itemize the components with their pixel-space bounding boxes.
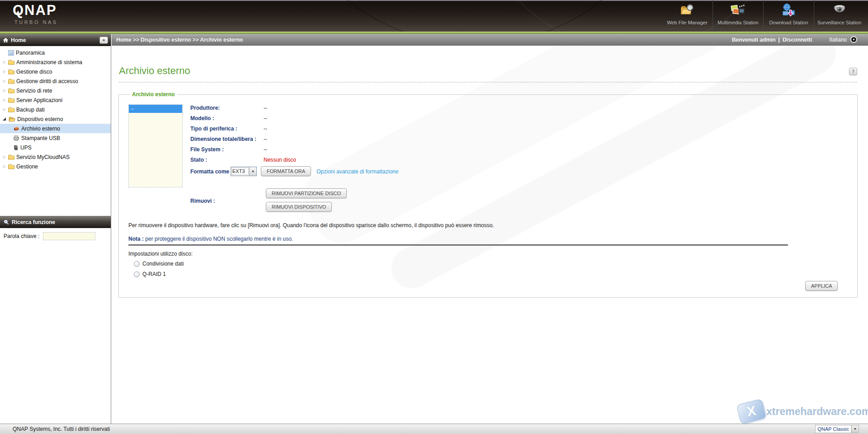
home-icon	[3, 37, 9, 43]
theme-dropdown-icon[interactable]: ▼	[851, 425, 859, 433]
station-surveillance[interactable]: Surveillance Station	[814, 0, 864, 32]
tree-collapsed-arrow-icon[interactable]: ▷	[2, 79, 7, 83]
field-stato: Stato : Nessun disco	[190, 155, 597, 165]
field-dimensione: Dimensione totale/libera : --	[190, 134, 597, 145]
sidebar-home-header: Home «	[0, 34, 111, 46]
radio-q-raid-1[interactable]: Q-RAID 1	[134, 271, 166, 277]
welcome-text: Benvenuti admin	[732, 37, 776, 43]
remove-device-button[interactable]: RIMUOVI DISPOSITIVO	[266, 202, 332, 212]
note-text: Nota : per proteggere il dispositivo NON…	[128, 236, 293, 242]
field-produttore: Produttore: --	[190, 103, 597, 113]
ups-icon	[13, 145, 19, 150]
function-search-title: Ricerca funzione	[12, 219, 55, 225]
filesystem-select[interactable]: EXT3 ▼	[231, 167, 257, 176]
tree-collapsed-arrow-icon[interactable]: ▷	[2, 60, 7, 64]
tree-collapsed-arrow-icon[interactable]: ▷	[2, 98, 7, 102]
qnap-admin-window: QNAP TURBO NAS Web File Manager	[0, 0, 868, 434]
sidebar-item-server-applicazioni[interactable]: ▷ Server Applicazioni	[0, 95, 111, 105]
sidebar-item-panoramica[interactable]: Panoramica	[0, 48, 111, 57]
folder-icon	[8, 107, 14, 112]
panel-legend: Archivio esterno	[130, 91, 177, 98]
breadcrumb: Home >> Dispositivo esterno >> Archivio …	[116, 37, 732, 43]
station-label: Multimedia Station	[717, 20, 759, 25]
radio-button-icon[interactable]	[134, 271, 140, 277]
advanced-format-options-link[interactable]: Opzioni avanzate di formattazione	[316, 168, 398, 175]
tree-collapsed-arrow-icon[interactable]: ▷	[2, 155, 7, 159]
note-label: Nota :	[128, 236, 144, 242]
sidebar-item-servizio-mycloudnas[interactable]: ▷ Servizio MyCloudNAS	[0, 152, 111, 162]
help-button[interactable]: ?	[849, 68, 857, 75]
xtremehardware-logo-icon: X	[736, 399, 767, 425]
folder-icon	[8, 154, 14, 160]
folder-icon	[8, 164, 14, 169]
folder-icon	[8, 98, 14, 103]
sidebar-item-gestione-diritti-di-accesso[interactable]: ▷ Gestione diritti di accesso	[0, 76, 111, 86]
search-icon	[4, 219, 9, 225]
function-search-header: Ricerca funzione	[0, 216, 111, 228]
sidebar-item-amministrazione-di-sistema[interactable]: ▷ Amministrazione di sistema	[0, 57, 111, 67]
field-file-system: File System : --	[190, 145, 597, 155]
radio-condivisione-dati[interactable]: Condivisione dati	[134, 261, 184, 267]
sidebar-item-backup-dati[interactable]: ▷ Backup dati	[0, 105, 111, 114]
tree-collapsed-arrow-icon[interactable]: ▷	[2, 89, 7, 93]
section-divider	[128, 244, 788, 246]
remove-instructions-text: Per rimuovere il dispositivo hardware, f…	[128, 222, 494, 229]
turbo-nas-label: TURBO NAS	[14, 19, 58, 25]
sidebar-item-stampante-usb[interactable]: Stampante USB	[0, 133, 111, 143]
radio-button-icon[interactable]	[134, 261, 140, 267]
page-title: Archivio esterno	[119, 65, 190, 77]
xtremehardware-watermark: X xtremehardware.com	[738, 401, 868, 421]
sidebar-item-gestione-disco[interactable]: ▷ Gestione disco	[0, 67, 111, 76]
folder-icon	[8, 88, 14, 93]
surveillance-station-icon	[831, 3, 848, 19]
station-multimedia[interactable]: Multimedia Station	[712, 0, 763, 32]
format-row: Formatta come : EXT3 ▼ FORMATTA ORA Opzi…	[119, 166, 858, 177]
qnap-logo-text: QNAP	[13, 4, 58, 17]
printer-icon	[13, 135, 19, 141]
folder-icon	[8, 69, 14, 75]
device-info-fields: Produttore: -- Modello : -- Tipo di peri…	[190, 103, 597, 165]
qnap-logo: QNAP TURBO NAS	[13, 4, 58, 25]
filesystem-selected-value: EXT3	[231, 167, 249, 176]
folder-open-icon	[9, 117, 15, 122]
multimedia-station-icon	[730, 3, 747, 19]
select-dropdown-icon[interactable]: ▼	[249, 167, 256, 176]
language-selector[interactable]: Italiano ▼	[829, 36, 857, 43]
footer-bar: QNAP Systems, Inc. Tutti i diritti riser…	[0, 424, 868, 434]
content-area: ? Archivio esterno Archivio esterno -- P…	[112, 46, 868, 424]
station-web-file-manager[interactable]: Web File Manager	[662, 0, 712, 32]
language-label: Italiano	[829, 37, 847, 43]
main-column: Home >> Dispositivo esterno >> Archivio …	[112, 34, 868, 424]
station-download[interactable]: Download Station	[763, 0, 814, 32]
keyword-input[interactable]	[43, 232, 95, 240]
status-badge: Nessun disco	[264, 157, 296, 163]
apply-button[interactable]: APPLICA	[805, 281, 838, 291]
sidebar-item-gestione[interactable]: ▷ Gestione	[0, 162, 111, 171]
theme-select[interactable]: QNAP Classic ▼	[815, 425, 859, 433]
station-label: Download Station	[769, 20, 808, 25]
sidebar: Home « Panoramica ▷ Amministrazione di s…	[0, 34, 111, 424]
sidebar-title: Home	[11, 37, 99, 43]
sidebar-item-dispositivo-esterno[interactable]: Dispositivo esterno	[0, 114, 111, 124]
tree-expanded-arrow-icon[interactable]	[3, 117, 6, 121]
station-shortcuts: Web File Manager Multimedia Station	[662, 0, 864, 32]
sidebar-item-servizio-di-rete[interactable]: ▷ Servizio di rete	[0, 86, 111, 95]
language-dropdown-icon[interactable]: ▼	[850, 36, 857, 43]
disk-usage-settings-title: Impostazioni utilizzo disco:	[128, 251, 193, 257]
field-tipo-di-periferica: Tipo di periferica : --	[190, 124, 597, 134]
tree-collapsed-arrow-icon[interactable]: ▷	[2, 107, 7, 112]
device-list-item[interactable]: --	[129, 105, 182, 113]
breadcrumb-bar: Home >> Dispositivo esterno >> Archivio …	[112, 34, 868, 46]
tree-collapsed-arrow-icon[interactable]: ▷	[2, 70, 7, 74]
logout-link[interactable]: Disconnetti	[783, 37, 812, 43]
sidebar-item-archivio-esterno[interactable]: Archivio esterno	[0, 124, 111, 133]
external-disk-icon	[13, 126, 19, 131]
format-now-button[interactable]: FORMATTA ORA	[261, 166, 311, 176]
sidebar-collapse-button[interactable]: «	[99, 37, 108, 44]
web-file-manager-icon	[679, 3, 696, 19]
download-station-icon	[780, 3, 797, 19]
tree-collapsed-arrow-icon[interactable]: ▷	[2, 164, 7, 168]
sidebar-item-ups[interactable]: UPS	[0, 143, 111, 152]
remove-disk-partition-button[interactable]: RIMUOVI PARTIZIONE DISCO	[266, 188, 347, 198]
station-label: Web File Manager	[667, 20, 708, 25]
